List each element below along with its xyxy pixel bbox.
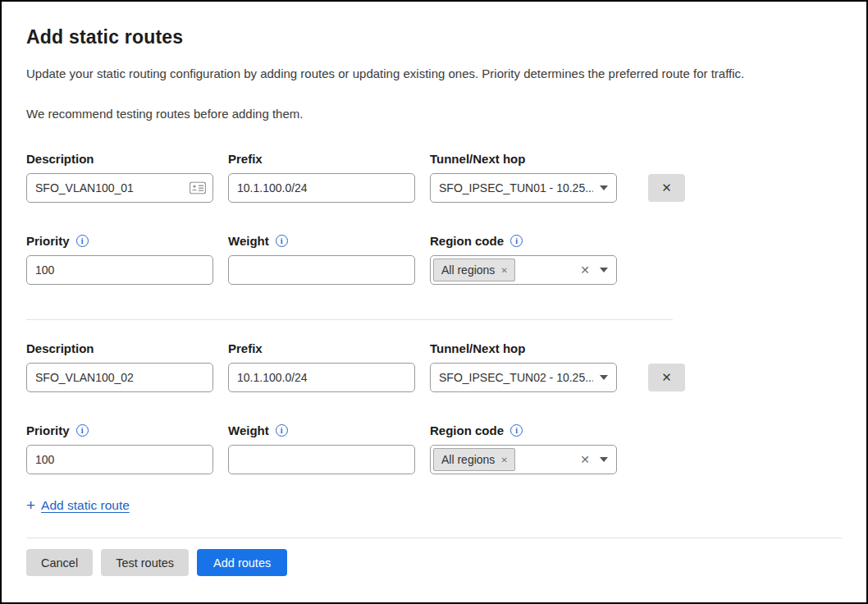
prefix-label: Prefix [228,341,415,355]
add-routes-button[interactable]: Add routes [197,549,287,576]
chevron-down-icon [600,375,608,380]
tunnel-select[interactable]: SFO_IPSEC_TUN01 - 10.25... [430,173,617,203]
delete-route-button-1[interactable]: ✕ [648,174,685,202]
prefix-label: Prefix [228,152,415,166]
priority-label: Priority [26,234,70,248]
tunnel-field-1: Tunnel/Next hop SFO_IPSEC_TUN01 - 10.25.… [430,152,617,203]
weight-label: Weight [228,423,269,437]
chevron-down-icon [600,185,608,190]
remove-tag-icon[interactable]: ✕ [500,455,507,464]
tunnel-label: Tunnel/Next hop [430,341,617,355]
route-entries-divider [26,319,673,320]
info-icon[interactable]: i [276,235,288,247]
description-input[interactable] [26,363,213,392]
description-field-1: Description [26,152,213,203]
region-field-1: Region code i All regions ✕ ✕ [430,234,617,285]
add-static-routes-dialog: Add static routes Update your static rou… [0,0,868,604]
tunnel-select-value: SFO_IPSEC_TUN02 - 10.25... [439,371,593,384]
prefix-input[interactable] [228,363,415,392]
test-routes-button[interactable]: Test routes [101,549,189,576]
add-static-route-label: Add static route [41,498,130,513]
region-tag: All regions ✕ [433,448,515,471]
tunnel-field-2: Tunnel/Next hop SFO_IPSEC_TUN02 - 10.25.… [430,341,617,392]
close-icon: ✕ [661,370,672,385]
cancel-button[interactable]: Cancel [26,549,93,576]
weight-input[interactable] [228,445,415,474]
info-icon[interactable]: i [276,424,288,437]
description-field-2: Description [26,341,213,392]
region-multiselect[interactable]: All regions ✕ ✕ [430,255,617,285]
description-input[interactable] [26,173,213,203]
region-tag: All regions ✕ [433,259,515,281]
add-static-route-link[interactable]: + Add static route [26,497,130,513]
page-title: Add static routes [26,26,842,48]
region-tag-label: All regions [441,263,495,277]
info-icon[interactable]: i [76,235,89,247]
info-icon[interactable]: i [510,424,523,437]
region-field-2: Region code i All regions ✕ ✕ [430,423,617,474]
contact-card-icon[interactable] [190,182,206,194]
chevron-down-icon [600,457,608,462]
info-icon[interactable]: i [76,424,89,437]
priority-field-1: Priority i [26,234,213,285]
weight-label: Weight [228,234,269,248]
tunnel-select-value: SFO_IPSEC_TUN01 - 10.25... [439,181,593,194]
dialog-footer: Cancel Test routes Add routes [26,538,842,576]
priority-input[interactable] [26,445,213,474]
routes-form: Description [26,152,842,513]
description-label: Description [26,152,213,166]
info-icon[interactable]: i [510,235,523,247]
prefix-input[interactable] [228,173,415,203]
weight-input[interactable] [228,255,415,285]
prefix-field-1: Prefix [228,152,415,203]
region-multiselect[interactable]: All regions ✕ ✕ [430,445,617,474]
region-label: Region code [430,234,504,248]
priority-input[interactable] [26,255,213,285]
plus-icon: + [26,497,35,513]
region-tag-label: All regions [441,453,495,466]
priority-label: Priority [26,423,70,437]
delete-route-button-2[interactable]: ✕ [648,364,685,391]
tunnel-label: Tunnel/Next hop [430,152,617,166]
region-label: Region code [430,423,504,437]
weight-field-2: Weight i [228,423,415,474]
close-icon: ✕ [661,181,672,195]
route-entry-2: Description Prefix Tunnel/Next hop SFO_I… [26,341,842,474]
tunnel-select[interactable]: SFO_IPSEC_TUN02 - 10.25... [430,363,617,392]
chevron-down-icon [600,268,608,272]
priority-field-2: Priority i [26,423,213,474]
intro-description: Update your static routing configuration… [26,66,842,80]
remove-tag-icon[interactable]: ✕ [500,266,507,275]
intro-recommendation: We recommend testing routes before addin… [26,107,842,121]
weight-field-1: Weight i [228,234,415,285]
route-entry-1: Description [26,152,842,285]
description-label: Description [26,341,213,355]
clear-icon[interactable]: ✕ [577,263,593,277]
prefix-field-2: Prefix [228,341,415,392]
clear-icon[interactable]: ✕ [577,453,593,466]
